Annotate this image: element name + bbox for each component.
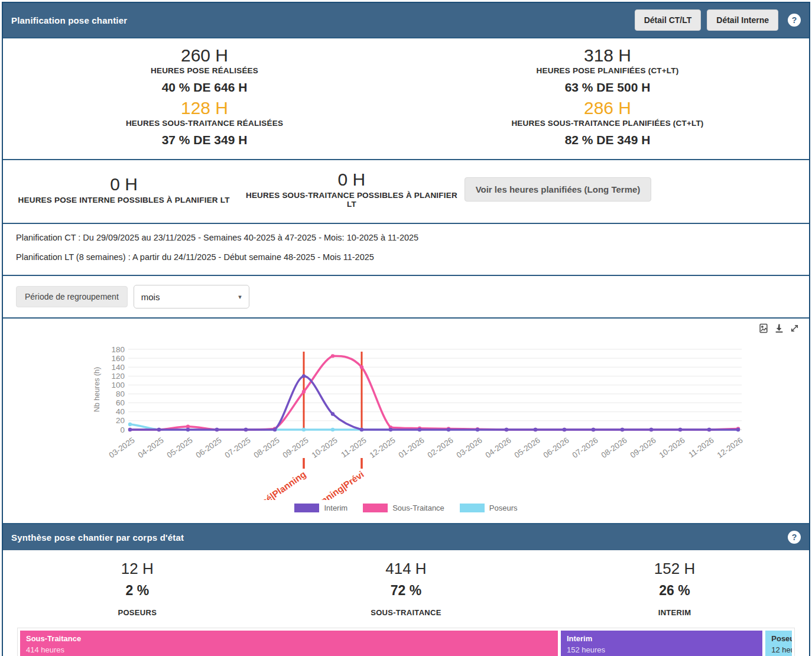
stat-poseurs: 12 H 2 % POSEURS <box>3 560 272 617</box>
svg-text:20: 20 <box>116 416 125 425</box>
bar-segment[interactable]: Interim 152 heures <box>561 631 762 656</box>
poseurs-label: POSEURS <box>3 608 272 617</box>
svg-text:40: 40 <box>116 407 125 416</box>
lt-pose-interne: 0 H HEURES POSE INTERNE POSSIBLES À PLAN… <box>3 174 245 204</box>
kpi-section: 260 H HEURES POSE RÉALISÉES 40 % DE 646 … <box>3 38 809 160</box>
planification-panel: Planification pose chantier Détail CT/LT… <box>2 2 810 656</box>
svg-text:120: 120 <box>111 372 125 381</box>
legend-swatch <box>363 504 388 512</box>
svg-text:03-2026: 03-2026 <box>455 436 484 460</box>
hours-pose-realisees-value: 260 H <box>3 46 406 65</box>
planning-ct-line: Planification CT : Du 29/09/2025 au 23/1… <box>16 233 796 242</box>
detail-ctlt-button[interactable]: Détail CT/LT <box>635 9 701 31</box>
lt-st-label: HEURES SOUS-TRAITANCE POSSIBLES À PLANIF… <box>245 191 458 209</box>
kpi-planifiees: 318 H HEURES POSE PLANIFIÉES (CT+LT) 63 … <box>406 46 809 150</box>
svg-text:06-2025: 06-2025 <box>194 436 223 460</box>
svg-text:11-2026: 11-2026 <box>687 436 715 459</box>
synthese-stats: 12 H 2 % POSEURS 414 H 72 % SOUS-TRAITAN… <box>3 550 809 624</box>
svg-text:12-2026: 12-2026 <box>716 436 745 460</box>
corps-etat-bar: Sous-Traitance 414 heures Interim 152 he… <box>17 628 795 656</box>
hours-pose-planifiees-value: 318 H <box>406 46 809 65</box>
svg-text:04-2025: 04-2025 <box>137 436 165 460</box>
planning-info: Planification CT : Du 29/09/2025 au 23/1… <box>3 224 809 276</box>
sous-traitance-hours: 414 H <box>272 560 541 578</box>
grouping-controls: Période de regroupement mois ▾ <box>3 276 809 319</box>
legend-swatch <box>294 504 319 512</box>
bar-segment-value: 12 heures <box>771 645 786 654</box>
chart-toolbar <box>759 323 800 333</box>
legend-item-sous-traitance[interactable]: Sous-Traitance <box>363 504 444 512</box>
sous-traitance-pct: 72 % <box>272 583 541 599</box>
bar-segment[interactable]: Poseurs 12 heures <box>765 631 792 656</box>
bar-segment-name: Interim <box>567 634 756 643</box>
interim-label: INTERIM <box>540 608 809 617</box>
page-title: Planification pose chantier <box>11 15 127 25</box>
svg-text:10-2025: 10-2025 <box>310 436 339 460</box>
help-icon[interactable]: ? <box>788 14 801 27</box>
svg-text:60: 60 <box>116 398 125 407</box>
chart-legend: InterimSous-TraitancePoseurs <box>9 504 803 512</box>
hours-st-planifiees-value: 286 H <box>406 98 809 118</box>
sous-traitance-label: SOUS-TRAITANCE <box>272 608 541 617</box>
svg-text:80: 80 <box>116 389 125 398</box>
period-select[interactable]: mois ▾ <box>134 285 249 308</box>
hours-st-realisees-value: 128 H <box>3 98 406 118</box>
svg-text:Nb heures (h): Nb heures (h) <box>93 367 101 412</box>
svg-text:04-2026: 04-2026 <box>484 436 513 460</box>
synthese-help-icon[interactable]: ? <box>788 531 801 544</box>
svg-text:12-2025: 12-2025 <box>368 436 397 460</box>
bar-segment-value: 152 heures <box>567 645 756 654</box>
lt-section: 0 H HEURES POSE INTERNE POSSIBLES À PLAN… <box>3 160 809 224</box>
svg-text:09-2026: 09-2026 <box>629 436 658 460</box>
hours-pose-planifiees-pct: 63 % DE 500 H <box>406 80 809 95</box>
lt-st-value: 0 H <box>245 170 458 190</box>
svg-text:180: 180 <box>111 345 125 354</box>
hours-st-planifiees-pct: 82 % DE 349 H <box>406 133 809 147</box>
svg-text:02-2026: 02-2026 <box>426 436 455 460</box>
legend-item-poseurs[interactable]: Poseurs <box>460 504 518 512</box>
svg-text:10-2026: 10-2026 <box>658 436 687 460</box>
svg-text:Realisé|Planning: Realisé|Planning <box>242 469 307 500</box>
chevron-down-icon: ▾ <box>238 293 242 301</box>
svg-text:07-2026: 07-2026 <box>571 436 600 460</box>
svg-text:100: 100 <box>111 381 125 389</box>
legend-label: Poseurs <box>489 504 518 512</box>
legend-item-interim[interactable]: Interim <box>294 504 347 512</box>
lt-pose-label: HEURES POSE INTERNE POSSIBLES À PLANIFIE… <box>3 196 245 204</box>
bar-segment[interactable]: Sous-Traitance 414 heures <box>20 631 558 656</box>
hours-pose-realisees-pct: 40 % DE 646 H <box>3 80 406 95</box>
poseurs-hours: 12 H <box>3 560 272 578</box>
hours-pose-realisees-label: HEURES POSE RÉALISÉES <box>3 66 406 75</box>
fullscreen-icon[interactable] <box>790 323 800 333</box>
svg-text:06-2026: 06-2026 <box>542 436 571 460</box>
period-select-value: mois <box>141 292 160 302</box>
svg-text:09-2025: 09-2025 <box>281 436 310 460</box>
hours-pose-planifiees-label: HEURES POSE PLANIFIÉES (CT+LT) <box>406 66 809 75</box>
svg-text:08-2025: 08-2025 <box>252 436 281 460</box>
kpi-realisees: 260 H HEURES POSE RÉALISÉES 40 % DE 646 … <box>3 46 406 150</box>
hours-st-realisees-pct: 37 % DE 349 H <box>3 133 406 147</box>
svg-text:0: 0 <box>120 426 125 434</box>
svg-text:08-2026: 08-2026 <box>600 436 629 460</box>
bar-segment-name: Poseurs <box>771 634 786 643</box>
download-icon[interactable] <box>774 323 784 333</box>
svg-text:160: 160 <box>111 354 125 363</box>
hours-st-realisees-label: HEURES SOUS-TRAITANCE RÉALISÉES <box>3 119 406 128</box>
bar-segment-value: 414 heures <box>26 645 552 654</box>
voir-heures-lt-button[interactable]: Voir les heures planifiées (Long Terme) <box>465 177 652 202</box>
stat-interim: 152 H 26 % INTERIM <box>540 560 809 617</box>
detail-interne-button[interactable]: Détail Interne <box>707 9 778 31</box>
interim-pct: 26 % <box>540 583 809 599</box>
synthese-header: Synthèse pose chantier par corps d'état … <box>3 523 809 550</box>
poseurs-pct: 2 % <box>3 583 272 599</box>
svg-text:01-2026: 01-2026 <box>397 436 426 460</box>
hours-chart: 020406080100120140160180Nb heures (h)03-… <box>9 330 803 502</box>
hours-st-planifiees-label: HEURES SOUS-TRAITANCE PLANIFIÉES (CT+LT) <box>406 119 809 128</box>
legend-swatch <box>460 504 485 512</box>
lt-pose-value: 0 H <box>3 174 245 194</box>
svg-text:11-2025: 11-2025 <box>339 436 368 459</box>
synthese-title: Synthèse pose chantier par corps d'état <box>11 532 184 543</box>
stat-sous-traitance: 414 H 72 % SOUS-TRAITANCE <box>272 560 541 617</box>
interim-hours: 152 H <box>540 560 809 578</box>
export-image-icon[interactable] <box>759 323 769 333</box>
